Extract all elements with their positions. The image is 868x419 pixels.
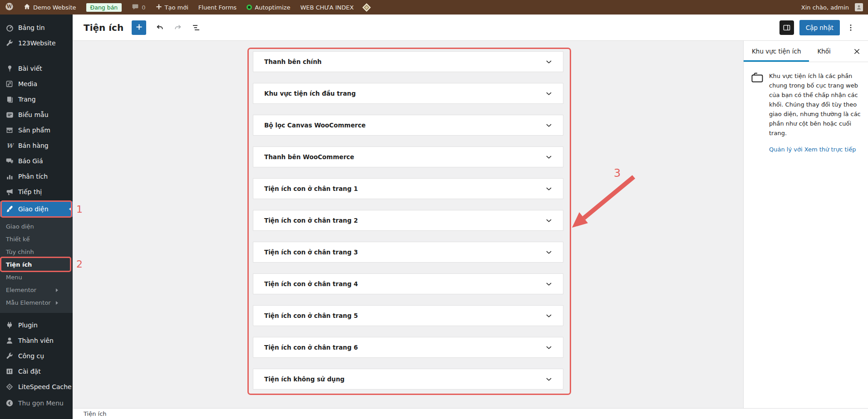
media-icon — [5, 79, 14, 88]
manage-with-live-preview-link[interactable]: Quản lý với Xem thử trực tiếp — [769, 146, 868, 153]
admin-bar: W Demo Website Đang bán 0 Tạo mới Fluent… — [0, 0, 868, 15]
list-view-icon — [192, 23, 201, 32]
sidebar-item-media[interactable]: Media — [0, 76, 73, 92]
wordpress-logo-icon: W — [5, 2, 14, 12]
widget-area-panel[interactable]: Tiện ích con ở chân trang 5 — [253, 305, 563, 326]
sidebar-item-pages[interactable]: Trang — [0, 92, 73, 107]
redo-button[interactable] — [171, 20, 185, 35]
sidebar-item-sales[interactable]: W Bán hàng — [0, 138, 73, 153]
fluent-forms-menu[interactable]: Fluent Forms — [193, 0, 242, 15]
widget-area-panel[interactable]: Tiện ích không sử dụng — [253, 369, 563, 390]
update-button[interactable]: Cập nhật — [799, 20, 840, 35]
widget-area-panel[interactable]: Tiện ích con ở chân trang 6 — [253, 337, 563, 358]
submenu-item-elementor[interactable]: Elementor — [0, 284, 73, 297]
settings-icon — [5, 367, 14, 376]
autoptimize-menu[interactable]: Autoptimize — [242, 0, 295, 15]
widget-area-title: Thanh bên WooCommerce — [264, 153, 354, 161]
sidebar-item-label: Cài đặt — [18, 368, 41, 375]
sidebar-item-products[interactable]: Sản phẩm — [0, 122, 73, 138]
tab-blocks[interactable]: Khối — [809, 41, 838, 62]
sidebar-item-tools[interactable]: Công cụ — [0, 348, 73, 364]
sidebar-item-label: Tiếp thị — [18, 188, 42, 195]
widget-area-panel[interactable]: Tiện ích con ở chân trang 4 — [253, 273, 563, 294]
sidebar-item-forms[interactable]: Biểu mẫu — [0, 107, 73, 122]
editor-header: Tiện ích Cập nhật — [73, 15, 868, 41]
sidebar-item-label: Báo Giá — [18, 157, 43, 165]
comments-menu[interactable]: 0 — [127, 0, 150, 15]
form-icon — [5, 110, 14, 119]
widget-area-panel[interactable]: Thanh bên WooCommerce — [253, 146, 563, 167]
list-view-button[interactable] — [189, 20, 203, 35]
litespeed-adminbar-menu[interactable] — [359, 0, 375, 15]
sidebar-item-settings[interactable]: Cài đặt — [0, 364, 73, 379]
sidebar-toggle-icon — [783, 24, 791, 32]
products-icon — [5, 126, 14, 135]
collapse-menu-button[interactable]: Thu gọn Menu — [0, 395, 73, 411]
sidebar-item-label: Bài viết — [18, 65, 42, 72]
collapse-menu-label: Thu gọn Menu — [18, 400, 64, 407]
wrench-icon — [5, 39, 14, 48]
close-icon — [853, 48, 861, 55]
submenu-item-design[interactable]: Thiết kế — [0, 233, 73, 246]
sidebar-item-litespeed[interactable]: LiteSpeed Cache — [0, 379, 73, 395]
site-name: Demo Website — [33, 4, 76, 11]
sidebar-item-label: Phân tích — [18, 173, 48, 180]
submenu-item-customize[interactable]: Tùy chỉnh — [0, 246, 73, 258]
sidebar-item-users[interactable]: Thành viên — [0, 333, 73, 348]
widget-area-panel[interactable]: Bộ lọc Canvas WooCommerce — [253, 115, 563, 136]
wordpress-logo-menu[interactable]: W — [0, 0, 19, 15]
undo-button[interactable] — [153, 20, 167, 35]
page-title: Tiện ích — [84, 22, 123, 33]
autoptimize-label: Autoptimize — [255, 4, 290, 11]
submenu-item-menus[interactable]: Menu — [0, 271, 73, 284]
sidebar-item-posts[interactable]: Bài viết — [0, 61, 73, 76]
account-menu[interactable]: Xin chào, admin — [796, 0, 868, 15]
widget-area-panel[interactable]: Thanh bên chính — [253, 51, 563, 72]
fluent-forms-label: Fluent Forms — [198, 4, 237, 11]
widget-area-title: Thanh bên chính — [264, 58, 321, 65]
appearance-submenu: Giao diện Thiết kế Tùy chỉnh Tiện ích Me… — [0, 217, 73, 313]
comment-icon — [132, 3, 139, 12]
sidebar-item-quotes[interactable]: Báo Giá — [0, 153, 73, 169]
sidebar-item-analytics[interactable]: Phân tích — [0, 169, 73, 184]
sidebar-item-label: 123Website — [18, 39, 56, 47]
submenu-item-label: Mẫu Elementor — [6, 299, 51, 306]
submenu-item-elementor-templates[interactable]: Mẫu Elementor — [0, 297, 73, 309]
widget-area-panel[interactable]: Tiện ích con ở chân trang 1 — [253, 178, 563, 199]
plus-icon — [136, 24, 143, 32]
more-options-button[interactable] — [843, 20, 858, 35]
index-notice-menu[interactable]: WEB CHƯA INDEX — [295, 0, 359, 15]
widget-area-panel[interactable]: Khu vực tiện ích đầu trang — [253, 83, 563, 104]
user-icon — [5, 336, 14, 345]
site-menu[interactable]: Demo Website — [19, 0, 81, 15]
chevron-down-icon — [544, 342, 554, 352]
sidebar-item-123website[interactable]: 123Website — [0, 35, 73, 51]
sidebar-item-plugins[interactable]: Plugin — [0, 317, 73, 333]
sidebar-item-marketing[interactable]: Tiếp thị — [0, 184, 73, 200]
avatar — [855, 3, 863, 11]
submenu-item-themes[interactable]: Giao diện — [0, 220, 73, 233]
settings-sidebar-toggle-button[interactable] — [779, 20, 794, 35]
widget-area-title: Tiện ích con ở chân trang 6 — [264, 344, 358, 351]
widget-area-panel[interactable]: Tiện ích con ở chân trang 3 — [253, 242, 563, 263]
new-content-menu[interactable]: Tạo mới — [151, 0, 193, 15]
chevron-down-icon — [544, 247, 554, 257]
sidebar-item-dashboard[interactable]: Bảng tin — [0, 20, 73, 35]
sidebar-item-label: Bán hàng — [18, 142, 49, 149]
widget-area-title: Tiện ích con ở chân trang 1 — [264, 185, 358, 192]
sidebar-item-label: Sản phẩm — [18, 127, 50, 134]
flyout-arrow-icon — [56, 288, 58, 292]
dashboard-icon — [5, 23, 14, 32]
submenu-item-label: Giao diện — [6, 223, 34, 230]
tab-widget-areas[interactable]: Khu vực tiện ích — [744, 41, 809, 62]
current-item-arrow-icon — [69, 207, 72, 211]
sidebar-item-appearance[interactable]: Giao diện — [0, 201, 73, 217]
submenu-item-widgets[interactable]: Tiện ích — [0, 258, 73, 271]
widget-area-panel[interactable]: Tiện ích con ở chân trang 2 — [253, 210, 563, 231]
block-inserter-button[interactable] — [132, 20, 146, 35]
litespeed-diamond-icon — [363, 3, 371, 11]
submenu-item-label: Elementor — [6, 287, 36, 293]
close-settings-button[interactable] — [849, 44, 864, 59]
widget-areas-description: Khu vực tiện ích là các phần chung trong… — [769, 71, 861, 138]
woocommerce-icon: W — [5, 141, 14, 150]
